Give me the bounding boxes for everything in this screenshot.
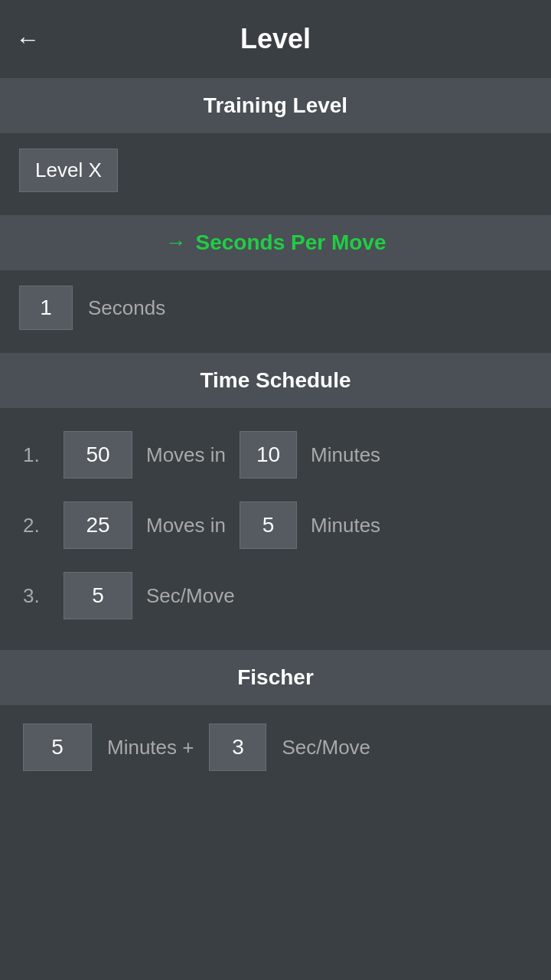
row-2-number: 2. [23,514,50,537]
seconds-per-move-title: Seconds Per Move [196,230,386,255]
page-title: Level [240,23,311,55]
training-level-row: Level X [0,133,551,207]
row-3-label: Sec/Move [146,584,235,608]
training-level-header: Training Level [0,78,551,133]
fischer-header: Fischer [0,650,551,705]
row-3-moves-value[interactable]: 5 [64,572,132,619]
fischer-section: Fischer 5 Minutes + 3 Sec/Move [0,650,551,789]
time-schedule-section: Time Schedule 1. 50 Moves in 10 Minutes … [0,353,551,642]
fischer-title: Fischer [237,665,314,689]
seconds-value-box[interactable]: 1 [19,286,73,330]
row-2-time-unit: Minutes [311,514,380,537]
seconds-unit-label: Seconds [88,296,165,320]
level-value-box[interactable]: Level X [19,149,118,192]
row-1-moves-label: Moves in [146,443,226,467]
row-2-time-value[interactable]: 5 [240,501,297,549]
arrow-icon: → [165,230,187,255]
row-1-time-unit: Minutes [311,443,380,467]
fischer-minutes-label: Minutes + [107,736,194,760]
time-schedule-title: Time Schedule [200,368,350,392]
schedule-row-2: 2. 25 Moves in 5 Minutes [23,494,528,557]
row-1-number: 1. [23,443,50,467]
back-icon: ← [15,25,40,53]
row-2-moves-value[interactable]: 25 [64,501,132,549]
header: ← Level [0,0,551,78]
seconds-per-move-header[interactable]: → Seconds Per Move [0,215,551,270]
back-button[interactable]: ← [15,27,40,51]
fischer-values-row: 5 Minutes + 3 Sec/Move [0,705,551,789]
row-2-moves-label: Moves in [146,514,226,537]
schedule-row-1: 1. 50 Moves in 10 Minutes [23,423,528,486]
training-level-title: Training Level [204,93,347,117]
row-1-time-value[interactable]: 10 [240,431,297,479]
schedule-row-3: 3. 5 Sec/Move [23,564,528,627]
fischer-sec-value[interactable]: 3 [209,724,266,771]
fischer-sec-label: Sec/Move [282,736,370,760]
row-3-number: 3. [23,584,50,608]
row-1-moves-value[interactable]: 50 [64,431,132,479]
fischer-minutes-value[interactable]: 5 [23,724,92,771]
schedule-rows: 1. 50 Moves in 10 Minutes 2. 25 Moves in… [0,408,551,642]
time-schedule-header: Time Schedule [0,353,551,408]
seconds-per-move-row: 1 Seconds [0,270,551,345]
